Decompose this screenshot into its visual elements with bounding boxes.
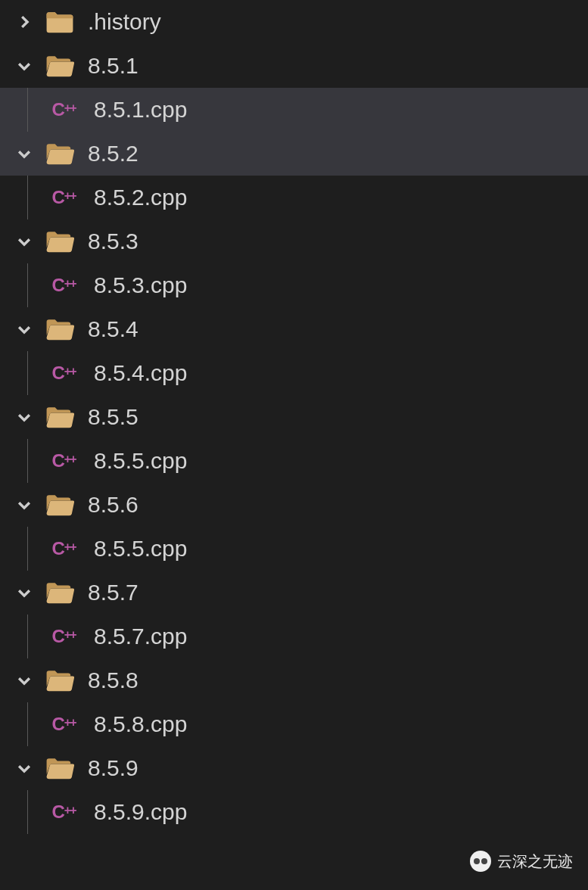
chevron-right-icon[interactable] xyxy=(14,11,35,33)
folder-open-icon xyxy=(45,668,74,693)
folder-open-icon xyxy=(45,316,74,342)
chevron-down-icon[interactable] xyxy=(14,231,35,252)
file-label: 8.5.9.cpp xyxy=(94,801,187,823)
file-label: 8.5.1.cpp xyxy=(94,98,187,121)
file-label: 8.5.2.cpp xyxy=(94,186,187,209)
cpp-file-icon: C++ xyxy=(47,713,80,736)
folder-row[interactable]: 8.5.7 xyxy=(0,571,588,615)
chevron-down-icon[interactable] xyxy=(14,582,35,603)
file-label: 8.5.3.cpp xyxy=(94,274,187,297)
file-row[interactable]: C++8.5.5.cpp xyxy=(0,439,588,483)
folder-label: 8.5.6 xyxy=(88,493,138,516)
file-row[interactable]: C++8.5.5.cpp xyxy=(0,527,588,571)
chevron-down-icon[interactable] xyxy=(14,143,35,164)
folder-open-icon xyxy=(45,229,74,254)
folder-label: .history xyxy=(88,11,161,33)
cpp-file-icon: C++ xyxy=(47,450,80,472)
folder-open-icon xyxy=(45,141,74,166)
folder-label: 8.5.4 xyxy=(88,318,138,341)
file-row[interactable]: C++8.5.7.cpp xyxy=(0,615,588,658)
folder-row[interactable]: 8.5.8 xyxy=(0,658,588,702)
file-label: 8.5.8.cpp xyxy=(94,713,187,736)
file-row[interactable]: C++8.5.9.cpp xyxy=(0,790,588,834)
folder-row[interactable]: 8.5.9 xyxy=(0,746,588,790)
folder-row[interactable]: 8.5.1 xyxy=(0,44,588,88)
folder-row[interactable]: .history xyxy=(0,0,588,44)
folder-open-icon xyxy=(45,53,74,79)
file-row[interactable]: C++8.5.2.cpp xyxy=(0,176,588,219)
watermark: 云深之无迹 xyxy=(470,851,573,872)
folder-open-icon xyxy=(45,580,74,605)
file-label: 8.5.5.cpp xyxy=(94,537,187,560)
cpp-file-icon: C++ xyxy=(47,362,80,384)
watermark-text: 云深之无迹 xyxy=(497,851,573,872)
folder-label: 8.5.8 xyxy=(88,669,138,692)
chevron-down-icon[interactable] xyxy=(14,406,35,428)
folder-row[interactable]: 8.5.3 xyxy=(0,219,588,263)
chevron-down-icon[interactable] xyxy=(14,494,35,515)
cpp-file-icon: C++ xyxy=(47,537,80,560)
folder-label: 8.5.7 xyxy=(88,581,138,604)
folder-row[interactable]: 8.5.6 xyxy=(0,483,588,527)
folder-label: 8.5.5 xyxy=(88,406,138,428)
file-label: 8.5.7.cpp xyxy=(94,625,187,648)
folder-label: 8.5.1 xyxy=(88,54,138,77)
chevron-down-icon[interactable] xyxy=(14,55,35,76)
folder-open-icon xyxy=(45,404,74,430)
cpp-file-icon: C++ xyxy=(47,274,80,297)
folder-label: 8.5.3 xyxy=(88,230,138,253)
file-row[interactable]: C++8.5.3.cpp xyxy=(0,263,588,307)
folder-row[interactable]: 8.5.2 xyxy=(0,132,588,176)
folder-row[interactable]: 8.5.4 xyxy=(0,307,588,351)
file-row[interactable]: C++8.5.1.cpp xyxy=(0,88,588,132)
folder-label: 8.5.2 xyxy=(88,142,138,165)
folder-open-icon xyxy=(45,755,74,781)
chevron-down-icon[interactable] xyxy=(14,319,35,340)
cpp-file-icon: C++ xyxy=(47,98,80,121)
file-label: 8.5.5.cpp xyxy=(94,450,187,472)
folder-row[interactable]: 8.5.5 xyxy=(0,395,588,439)
cpp-file-icon: C++ xyxy=(47,801,80,823)
folder-open-icon xyxy=(45,492,74,518)
cpp-file-icon: C++ xyxy=(47,625,80,648)
file-row[interactable]: C++8.5.8.cpp xyxy=(0,702,588,746)
file-label: 8.5.4.cpp xyxy=(94,362,187,384)
chevron-down-icon[interactable] xyxy=(14,758,35,779)
watermark-icon xyxy=(470,851,491,872)
chevron-down-icon[interactable] xyxy=(14,670,35,691)
cpp-file-icon: C++ xyxy=(47,186,80,209)
folder-icon xyxy=(45,9,74,35)
file-row[interactable]: C++8.5.4.cpp xyxy=(0,351,588,395)
folder-label: 8.5.9 xyxy=(88,757,138,780)
